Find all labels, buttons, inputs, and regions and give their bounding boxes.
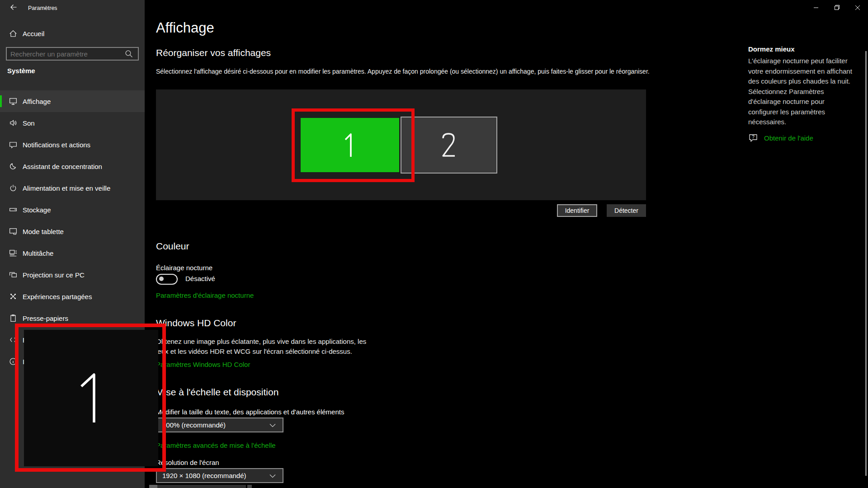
- settings-window: Paramètres Accueil Système AffichageSonN…: [0, 0, 868, 488]
- close-button[interactable]: [847, 0, 868, 16]
- sidebar-item-label: Son: [23, 119, 35, 127]
- sidebar-item-stockage[interactable]: Stockage: [0, 199, 145, 221]
- horizontal-scrollbar-thumb[interactable]: [149, 485, 157, 488]
- sidebar-item-label: Notifications et actions: [23, 141, 90, 149]
- hd-color-description: Obtenez une image plus éclatante, plus v…: [156, 337, 372, 357]
- svg-text:?: ?: [752, 135, 755, 140]
- monitor-2-number: [441, 132, 457, 158]
- hd-color-heading: Windows HD Color: [156, 318, 236, 328]
- sidebar-item-presse-papiers[interactable]: Presse-papiers: [0, 307, 145, 329]
- remote-icon: [9, 336, 17, 344]
- resolution-dropdown[interactable]: 868 × 488 (recommandé): [156, 468, 283, 483]
- shared-icon: [9, 292, 17, 300]
- sidebar-item-label: Mode tablette: [23, 228, 64, 235]
- get-help-link[interactable]: Obtenir de l'aide: [764, 134, 813, 142]
- power-icon: [9, 184, 17, 192]
- aside-heading: Dormez mieux: [748, 45, 795, 53]
- color-section-heading: Couleur: [156, 241, 189, 252]
- night-light-label: Éclairage nocturne: [156, 264, 212, 272]
- scale-size-label: Modifier la taille du texte, des applica…: [156, 408, 344, 416]
- horizontal-scrollbar-fragment: [247, 485, 252, 488]
- night-light-toggle[interactable]: [156, 274, 178, 285]
- search-box: [6, 47, 139, 61]
- storage-icon: [9, 206, 17, 214]
- sidebar-item-label: Accueil: [23, 30, 44, 38]
- focus-icon: [9, 162, 17, 170]
- sidebar-item-label: Projection sur ce PC: [23, 271, 85, 279]
- sidebar-item-label: Affichage: [23, 98, 51, 105]
- selected-accent-bar: [0, 95, 2, 107]
- monitor-1-number: [341, 132, 359, 158]
- display-icon: [9, 97, 17, 105]
- night-light-settings-link[interactable]: Paramètres d'éclairage nocturne: [156, 291, 254, 299]
- hd-color-settings-link[interactable]: Paramètres Windows HD Color: [156, 361, 250, 368]
- back-arrow-icon: [10, 4, 17, 13]
- close-icon: [855, 4, 860, 12]
- search-input[interactable]: [7, 50, 124, 58]
- sidebar-item-projection[interactable]: Projection sur ce PC: [0, 264, 145, 286]
- sidebar-item-label: Assistant de concentration: [23, 163, 102, 170]
- sidebar-item-label: Expériences partagées: [23, 293, 92, 300]
- tablet-icon: [9, 227, 17, 235]
- clipboard-icon: [9, 314, 17, 322]
- home-icon: [9, 29, 17, 38]
- rearrange-description: Sélectionnez l'affichage désiré ci-desso…: [156, 68, 650, 75]
- sidebar-item-accueil[interactable]: Accueil: [0, 25, 145, 42]
- rearrange-heading: Réorganiser vos affichages: [156, 47, 271, 58]
- notifications-icon: [9, 141, 17, 149]
- identify-button[interactable]: Identifier: [557, 204, 597, 217]
- help-chat-icon: ?: [748, 133, 758, 143]
- aside-body: L'éclairage nocturne peut faciliter votr…: [748, 56, 852, 127]
- chevron-down-icon: [269, 473, 279, 479]
- minimize-icon: [813, 4, 819, 12]
- resolution-label: Résolution de l'écran: [156, 459, 219, 466]
- scale-dropdown-value: 100% (recommandé): [157, 421, 269, 429]
- sidebar-item-multitache[interactable]: Multitâche: [0, 242, 145, 264]
- horizontal-scrollbar-track[interactable]: [157, 485, 246, 488]
- scale-dropdown[interactable]: 100% (recommandé): [156, 418, 283, 432]
- sidebar-item-label: Alimentation et mise en veille: [23, 184, 110, 192]
- sidebar-item-label: Presse-papiers: [23, 314, 68, 322]
- sidebar-item-alimentation[interactable]: Alimentation et mise en veille: [0, 177, 145, 199]
- toggle-knob: [159, 277, 164, 281]
- scale-section-heading: Mise à l'échelle et disposition: [156, 387, 278, 398]
- sidebar-item-experiences-partagees[interactable]: Expériences partagées: [0, 286, 145, 307]
- sidebar-item-label: Stockage: [23, 206, 51, 214]
- sidebar-item-mode-tablette[interactable]: Mode tablette: [0, 221, 145, 242]
- identify-overlay-number: [73, 373, 109, 423]
- sound-icon: [9, 119, 17, 127]
- night-light-state: Désactivé: [185, 275, 215, 282]
- project-icon: [9, 271, 17, 279]
- detect-button[interactable]: Détecter: [607, 204, 646, 217]
- vertical-scrollbar-thumb[interactable]: [865, 51, 867, 476]
- monitor-2-tile[interactable]: [401, 117, 497, 174]
- sidebar-section-heading: Système: [7, 67, 35, 75]
- back-button[interactable]: [5, 0, 23, 16]
- chevron-down-icon: [269, 422, 279, 428]
- monitor-1-tile[interactable]: [301, 118, 399, 172]
- sidebar-item-son[interactable]: Son: [0, 112, 145, 134]
- page-title: Affichage: [156, 20, 214, 36]
- restore-icon: [834, 4, 840, 12]
- sidebar-item-label: Multitâche: [23, 249, 53, 257]
- identify-overlay-monitor-1: [24, 330, 158, 466]
- sidebar-item-affichage[interactable]: Affichage: [0, 90, 145, 112]
- restore-button[interactable]: [826, 0, 847, 16]
- multitask-icon: [9, 249, 17, 257]
- titlebar-right: [145, 0, 868, 16]
- search-icon[interactable]: [124, 49, 135, 58]
- minimize-button[interactable]: [806, 0, 826, 16]
- about-icon: [9, 357, 17, 366]
- sidebar-item-assistant-concentration[interactable]: Assistant de concentration: [0, 155, 145, 177]
- advanced-scaling-link[interactable]: Paramètres avancés de mise à l'échelle: [156, 441, 276, 449]
- app-title: Paramètres: [28, 0, 57, 16]
- sidebar-item-notifications[interactable]: Notifications et actions: [0, 134, 145, 155]
- resolution-dropdown-value: 868 × 488 (recommandé): [157, 472, 269, 479]
